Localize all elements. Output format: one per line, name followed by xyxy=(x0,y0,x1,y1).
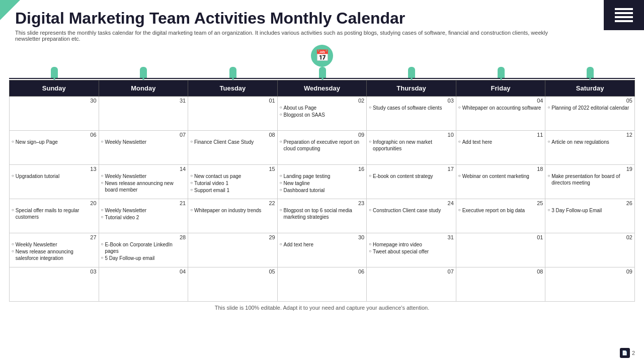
table-row: 19Make presentation for board of directo… xyxy=(545,165,635,199)
table-row: 31Homepage intro videoTweet about specia… xyxy=(367,233,456,267)
table-row: 12Article on new regulations xyxy=(545,131,635,165)
table-row: 02 xyxy=(545,233,635,267)
list-item: Weekly Newsletter xyxy=(101,139,186,145)
page-title: Digital Marketing Team Activities Monthl… xyxy=(15,9,629,28)
table-row: 01 xyxy=(188,97,278,131)
table-row: 04Whitepaper on accounting software xyxy=(456,97,545,131)
list-item: Weekly Newsletter xyxy=(101,173,186,179)
header-sunday: Sunday xyxy=(10,80,99,97)
list-item: Add text here xyxy=(280,241,365,248)
calendar: Sunday Monday Tuesday Wednesday Thursday… xyxy=(9,80,635,302)
list-item: Tutorial video 1 xyxy=(190,180,275,187)
list-item: Tutorial video 2 xyxy=(101,214,186,221)
header-thursday: Thursday xyxy=(367,80,456,97)
list-item: Support email 1 xyxy=(190,187,275,194)
list-item: Finance Client Case Study xyxy=(190,139,275,145)
list-item: New contact us page xyxy=(190,173,275,179)
list-item: News release announcing new board member xyxy=(101,180,186,193)
list-item: Weekly Newsletter xyxy=(101,207,186,214)
list-item: Make presentation for board of directors… xyxy=(547,173,632,186)
list-item: Planning of 2022 editorial calendar xyxy=(547,105,632,111)
list-item: About us Page xyxy=(280,105,365,111)
header-friday: Friday xyxy=(456,80,545,97)
table-row: 09 xyxy=(545,267,635,302)
page-number-label: 2 xyxy=(632,350,635,356)
table-row: 03Study cases of software clients xyxy=(367,97,456,131)
footer-text: This slide is 100% editable. Adapt it to… xyxy=(0,305,644,311)
list-item: Blogpost on SAAS xyxy=(280,112,365,118)
table-row: 13Upgradation tutorial xyxy=(10,165,99,199)
top-bar-decoration xyxy=(604,0,644,30)
corner-decoration xyxy=(0,0,20,20)
table-row: 17E-book on content strategy xyxy=(367,165,456,199)
list-item: Weekly Newsletter xyxy=(12,241,97,248)
list-item: Whitepaper on industry trends xyxy=(190,207,275,214)
table-row: 07Weekly Newsletter xyxy=(99,131,188,165)
table-row: 06 xyxy=(277,267,367,302)
list-item: Dashboard tutorial xyxy=(280,187,365,194)
list-item: Blogpost on top 6 social media marketing… xyxy=(280,207,365,220)
header-tuesday: Tuesday xyxy=(188,80,278,97)
table-row: 04 xyxy=(99,267,188,302)
calendar-icon: 📅 xyxy=(311,45,333,67)
table-row: 28E-Book on Corporate LinkedIn pages5 Da… xyxy=(99,233,188,267)
list-item: Homepage intro video xyxy=(369,241,454,248)
table-row: 15New contact us pageTutorial video 1Sup… xyxy=(188,165,278,199)
table-row: 09Preparation of executive report on clo… xyxy=(277,131,367,165)
table-row: 27Weekly NewsletterNews release announci… xyxy=(10,233,99,267)
list-item: Special offer mails to regular customers xyxy=(12,207,97,220)
list-item: Article on new regulations xyxy=(547,139,632,145)
header-wednesday: Wednesday xyxy=(277,80,367,97)
list-item: Add text here xyxy=(458,139,543,145)
table-row: 06New sign–up Page xyxy=(10,131,99,165)
list-item: Whitepaper on accounting software xyxy=(458,105,543,111)
list-item: E-book on content strategy xyxy=(369,173,454,179)
table-row: 08 xyxy=(456,267,545,302)
list-item: Study cases of software clients xyxy=(369,105,454,111)
table-row: 25Executive report on big data xyxy=(456,199,545,233)
header-monday: Monday xyxy=(99,80,188,97)
table-row: 263 Day Follow-up Email xyxy=(545,199,635,233)
table-row: 18Webinar on content marketing xyxy=(456,165,545,199)
list-item: Upgradation tutorial xyxy=(12,173,97,179)
list-item: 3 Day Follow-up Email xyxy=(547,207,632,214)
table-row: 02About us PageBlogpost on SAAS xyxy=(277,97,367,131)
table-row: 22Whitepaper on industry trends xyxy=(188,199,278,233)
page-number: 📄 2 xyxy=(620,348,635,358)
list-item: Infographic on new market opportunities xyxy=(369,139,454,152)
table-row: 24Construction Client case study xyxy=(367,199,456,233)
page-icon: 📄 xyxy=(620,348,630,358)
table-row: 05 xyxy=(188,267,278,302)
table-row: 07 xyxy=(367,267,456,302)
table-row: 08Finance Client Case Study xyxy=(188,131,278,165)
table-row: 31 xyxy=(99,97,188,131)
table-row: 30 xyxy=(10,97,99,131)
list-item: News release announcing salesforce integ… xyxy=(12,248,97,261)
table-row: 01 xyxy=(456,233,545,267)
table-row: 03 xyxy=(10,267,99,302)
calendar-table: Sunday Monday Tuesday Wednesday Thursday… xyxy=(9,80,635,302)
list-item: Construction Client case study xyxy=(369,207,454,214)
list-item: 5 Day Follow-up email xyxy=(101,255,186,261)
page-subtitle: This slide represents the monthly tasks … xyxy=(15,30,569,42)
table-row: 05Planning of 2022 editorial calendar xyxy=(545,97,635,131)
header-saturday: Saturday xyxy=(545,80,635,97)
table-row: 16Landing page testingNew taglineDashboa… xyxy=(277,165,367,199)
table-row: 20Special offer mails to regular custome… xyxy=(10,199,99,233)
table-row: 23Blogpost on top 6 social media marketi… xyxy=(277,199,367,233)
list-item: Webinar on content marketing xyxy=(458,173,543,179)
table-row: 21Weekly NewsletterTutorial video 2 xyxy=(99,199,188,233)
list-item: Tweet about special offer xyxy=(369,248,454,255)
calendar-header-row: Sunday Monday Tuesday Wednesday Thursday… xyxy=(10,80,635,97)
list-item: New sign–up Page xyxy=(12,139,97,145)
list-item: Preparation of executive report on cloud… xyxy=(280,139,365,152)
pin-decorations xyxy=(9,67,635,78)
table-row: 11Add text here xyxy=(456,131,545,165)
table-row: 10Infographic on new market opportunitie… xyxy=(367,131,456,165)
table-row: 30Add text here xyxy=(277,233,367,267)
table-row: 14Weekly NewsletterNews release announci… xyxy=(99,165,188,199)
list-item: E-Book on Corporate LinkedIn pages xyxy=(101,241,186,254)
list-item: Landing page testing xyxy=(280,173,365,179)
list-item: Executive report on big data xyxy=(458,207,543,214)
list-item: New tagline xyxy=(280,180,365,187)
